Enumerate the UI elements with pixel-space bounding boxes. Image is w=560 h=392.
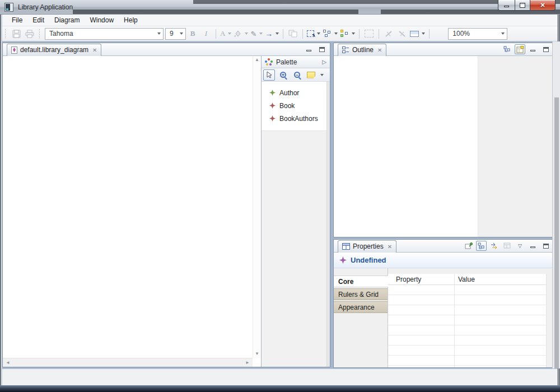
close-button[interactable]: ✕: [530, 0, 556, 11]
outline-overview-button[interactable]: [515, 44, 525, 54]
outline-viewbar: [502, 44, 554, 54]
outline-tab[interactable]: Outline ✕: [338, 44, 386, 56]
pin-view-button[interactable]: [463, 241, 474, 251]
properties-minimize-button[interactable]: [528, 241, 538, 251]
diagram-file-icon: [11, 46, 17, 54]
square: [328, 31, 330, 34]
print-button[interactable]: [23, 27, 36, 40]
menu-help[interactable]: Help: [119, 15, 143, 25]
editor-tab[interactable]: default.library_diagram ✕: [7, 44, 101, 56]
editor-tab-close-icon[interactable]: ✕: [92, 47, 97, 53]
window-right-border: [552, 41, 560, 368]
zoom-combo[interactable]: 100%: [448, 28, 507, 40]
toolbar-gripper[interactable]: [5, 29, 7, 39]
outline-overview-page[interactable]: [334, 56, 478, 237]
show-advanced-properties-button[interactable]: [489, 241, 500, 251]
arrange-all-button[interactable]: [321, 27, 339, 40]
toolbar-gripper[interactable]: [39, 29, 41, 39]
canvas-horizontal-scrollbar[interactable]: ◄ ►: [3, 358, 253, 367]
diagram-canvas[interactable]: [3, 56, 253, 358]
table-row: [388, 315, 547, 325]
menu-file[interactable]: File: [7, 15, 27, 25]
palette-item-book[interactable]: Book: [262, 99, 330, 112]
select-tool-button[interactable]: [263, 69, 275, 81]
zoom-in-tool-button[interactable]: +: [277, 69, 289, 81]
properties-maximize-button[interactable]: [540, 241, 551, 251]
outline-minimize-button[interactable]: [528, 44, 538, 54]
palette-collapse-icon[interactable]: ▷: [322, 59, 326, 65]
outline-maximize-button[interactable]: [540, 44, 551, 54]
properties-table[interactable]: Property Value: [388, 274, 547, 367]
square: [345, 32, 348, 35]
save-button[interactable]: [10, 27, 23, 40]
minimize-button[interactable]: [498, 0, 515, 11]
font-size-combo[interactable]: 9: [165, 28, 186, 40]
scroll-left-icon[interactable]: ◄: [6, 361, 10, 365]
arrow-right-icon: →: [265, 30, 273, 38]
maximize-button[interactable]: [515, 0, 530, 11]
chevron-down-icon: [352, 32, 355, 35]
hide-connection-labels-button[interactable]: [395, 27, 409, 40]
chevron-down-icon: [422, 32, 425, 35]
titlebar[interactable]: Library Application ✕: [0, 0, 560, 15]
copy-appearance-button[interactable]: [286, 27, 300, 40]
restore-default-value-button[interactable]: [502, 241, 512, 251]
note-tool-button[interactable]: [305, 69, 317, 81]
line-style-button[interactable]: →: [264, 27, 280, 40]
line-color-button[interactable]: ✎: [249, 27, 264, 40]
window-controls: ✕: [498, 0, 556, 11]
app-icon: [4, 3, 13, 12]
properties-table-header: Property Value: [388, 274, 547, 285]
italic-button[interactable]: I: [199, 27, 213, 40]
font-color-button[interactable]: A: [219, 27, 232, 40]
table-row: [388, 335, 547, 346]
palette-item-author[interactable]: Author: [262, 86, 330, 99]
tab-rulers-grid[interactable]: Rulers & Grid: [334, 288, 388, 300]
scroll-down-icon[interactable]: ▼: [255, 352, 259, 356]
palette-item-bookauthors[interactable]: BookAuthors: [262, 112, 330, 125]
chevron-down-icon: [157, 32, 161, 35]
palette-dot: [270, 60, 273, 63]
main-toolbar: Tahoma 9 B I A ✎ →: [2, 26, 558, 41]
zoom-out-tool-button[interactable]: −: [291, 69, 303, 81]
menu-window[interactable]: Window: [85, 15, 119, 25]
editor-viewbar: [304, 44, 330, 54]
font-name-combo[interactable]: Tahoma: [45, 28, 164, 40]
properties-tab-close-icon[interactable]: ✕: [388, 244, 392, 250]
show-categories-button[interactable]: [476, 241, 487, 251]
palette-icon: [265, 58, 273, 66]
align-button[interactable]: [339, 27, 356, 40]
outline-tree-view-button[interactable]: [502, 44, 512, 54]
fill-color-button[interactable]: [232, 27, 249, 40]
table-row: [388, 305, 547, 315]
chevron-down-icon[interactable]: [320, 74, 324, 76]
save-icon: [12, 30, 21, 38]
menu-edit[interactable]: Edit: [27, 15, 49, 25]
properties-tab-label: Properties: [353, 242, 384, 250]
canvas-vertical-scrollbar[interactable]: ▲ ▼: [253, 56, 261, 358]
scroll-right-icon[interactable]: ►: [245, 361, 250, 365]
maximize-icon: [543, 244, 549, 249]
auto-size-button[interactable]: [362, 27, 376, 40]
chevron-down-icon: [317, 32, 320, 35]
fill-color-icon: [234, 30, 242, 38]
select-all-button[interactable]: [306, 27, 321, 40]
menu-diagram[interactable]: Diagram: [49, 15, 85, 25]
properties-tab[interactable]: Properties ✕: [338, 240, 396, 253]
editor-maximize-button[interactable]: [316, 44, 327, 54]
show-connection-labels-button[interactable]: [382, 27, 395, 40]
outline-tab-close-icon[interactable]: ✕: [377, 47, 382, 53]
palette-header[interactable]: Palette ▷: [262, 56, 330, 68]
tree-view-icon: [503, 46, 511, 53]
tab-appearance[interactable]: Appearance: [334, 301, 388, 313]
maximize-icon: [520, 3, 525, 8]
scroll-up-icon[interactable]: ▲: [255, 58, 259, 62]
view-menu-button[interactable]: ▽: [515, 241, 525, 251]
tab-core[interactable]: Core: [334, 276, 389, 287]
bold-button[interactable]: B: [186, 27, 199, 40]
close-icon: ✕: [540, 2, 545, 9]
palette-item-list: Author Book BookAuthors: [262, 82, 330, 131]
compartment-style-button[interactable]: [409, 27, 426, 40]
palette-item-label: BookAuthors: [279, 115, 318, 123]
editor-minimize-button[interactable]: [304, 44, 314, 54]
